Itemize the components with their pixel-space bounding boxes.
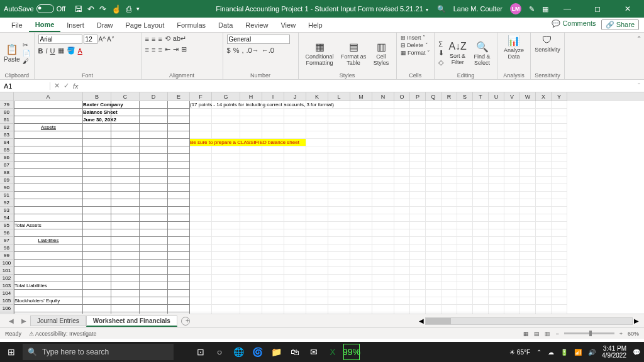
- cell-P103[interactable]: [410, 282, 426, 290]
- cell-C99[interactable]: [111, 252, 140, 260]
- cell-N96[interactable]: [372, 229, 394, 237]
- cell-N93[interactable]: [372, 207, 394, 214]
- row-header-97[interactable]: 97: [0, 237, 14, 244]
- delete-cells-button[interactable]: ⊟ Delete ˅: [401, 42, 431, 48]
- cell-D96[interactable]: [140, 229, 168, 237]
- percent-icon[interactable]: %: [233, 47, 240, 54]
- cell-A81[interactable]: [14, 116, 83, 124]
- cell-O98[interactable]: [394, 244, 410, 252]
- accounting-icon[interactable]: $: [227, 47, 231, 54]
- cell-Y106[interactable]: [552, 305, 567, 312]
- name-box[interactable]: A1: [0, 82, 50, 90]
- cell-W100[interactable]: [520, 260, 536, 267]
- cell-T79[interactable]: [473, 101, 489, 109]
- cell-W83[interactable]: [520, 131, 536, 139]
- cell-V81[interactable]: [504, 116, 520, 124]
- tab-insert[interactable]: Insert: [60, 19, 91, 31]
- cell-X87[interactable]: [536, 162, 552, 169]
- cell-L88[interactable]: [328, 169, 350, 177]
- font-size-select[interactable]: [84, 35, 97, 44]
- cell-H99[interactable]: [240, 252, 262, 260]
- cell-S86[interactable]: [457, 154, 473, 162]
- cell-A99[interactable]: [14, 252, 83, 260]
- user-avatar-icon[interactable]: LM: [510, 3, 521, 14]
- cell-H106[interactable]: [240, 305, 262, 312]
- cell-G99[interactable]: [212, 252, 240, 260]
- cell-V92[interactable]: [504, 199, 520, 207]
- cell-L89[interactable]: [328, 177, 350, 184]
- cell-R86[interactable]: [441, 154, 457, 162]
- cell-N89[interactable]: [372, 177, 394, 184]
- cell-F103[interactable]: [190, 282, 212, 290]
- cell-X93[interactable]: [536, 207, 552, 214]
- cell-I102[interactable]: [262, 275, 284, 282]
- col-header-S[interactable]: S: [457, 92, 473, 101]
- cell-T94[interactable]: [473, 214, 489, 222]
- cell-Q83[interactable]: [426, 131, 441, 139]
- cell-I89[interactable]: [262, 177, 284, 184]
- cell-U86[interactable]: [489, 154, 504, 162]
- cell-C87[interactable]: [111, 162, 140, 169]
- cell-K100[interactable]: [306, 260, 328, 267]
- cell-S100[interactable]: [457, 260, 473, 267]
- cell-V98[interactable]: [504, 244, 520, 252]
- cell-S93[interactable]: [457, 207, 473, 214]
- cell-E92[interactable]: [168, 199, 190, 207]
- collapse-ribbon-icon[interactable]: ⌃: [634, 33, 644, 79]
- cell-E80[interactable]: [168, 109, 190, 116]
- cell-H87[interactable]: [240, 162, 262, 169]
- cell-R106[interactable]: [441, 305, 457, 312]
- cell-C92[interactable]: [111, 199, 140, 207]
- cell-Q88[interactable]: [426, 169, 441, 177]
- cell-M102[interactable]: [350, 275, 372, 282]
- cell-K92[interactable]: [306, 199, 328, 207]
- scroll-left-icon[interactable]: ◀: [419, 317, 424, 324]
- cell-P90[interactable]: [410, 184, 426, 192]
- cell-S101[interactable]: [457, 267, 473, 275]
- cell-L87[interactable]: [328, 162, 350, 169]
- cell-P79[interactable]: [410, 101, 426, 109]
- font-color-icon[interactable]: A: [78, 47, 82, 55]
- cell-O100[interactable]: [394, 260, 410, 267]
- cell-W90[interactable]: [520, 184, 536, 192]
- cell-H100[interactable]: [240, 260, 262, 267]
- cell-W92[interactable]: [520, 199, 536, 207]
- cell-B81[interactable]: June 30, 20X2: [83, 116, 111, 124]
- format-cells-button[interactable]: ▦ Format ˅: [401, 50, 431, 56]
- cell-Y94[interactable]: [552, 214, 567, 222]
- cell-T104[interactable]: [473, 290, 489, 297]
- orientation-icon[interactable]: ⟲: [165, 35, 170, 43]
- italic-button[interactable]: I: [46, 47, 48, 55]
- cell-Y97[interactable]: [552, 237, 567, 244]
- cell-U100[interactable]: [489, 260, 504, 267]
- cell-B80[interactable]: Balance Sheet: [83, 109, 111, 116]
- cell-D92[interactable]: [140, 199, 168, 207]
- col-header-P[interactable]: P: [410, 92, 426, 101]
- cell-L99[interactable]: [328, 252, 350, 260]
- sheet-tab-journal[interactable]: Journal Entries: [30, 315, 86, 326]
- cell-R104[interactable]: [441, 290, 457, 297]
- cell-N99[interactable]: [372, 252, 394, 260]
- cell-R89[interactable]: [441, 177, 457, 184]
- cell-U79[interactable]: [489, 101, 504, 109]
- cell-T91[interactable]: [473, 192, 489, 199]
- cell-N104[interactable]: [372, 290, 394, 297]
- cell-L80[interactable]: [328, 109, 350, 116]
- cell-J97[interactable]: [284, 237, 306, 244]
- cell-Y95[interactable]: [552, 222, 567, 229]
- cell-E87[interactable]: [168, 162, 190, 169]
- cell-N82[interactable]: [372, 124, 394, 131]
- cell-S88[interactable]: [457, 169, 473, 177]
- cell-I91[interactable]: [262, 192, 284, 199]
- cell-J87[interactable]: [284, 162, 306, 169]
- cell-C104[interactable]: [111, 290, 140, 297]
- cell-Y85[interactable]: [552, 146, 567, 154]
- cell-T83[interactable]: [473, 131, 489, 139]
- cell-B92[interactable]: [83, 199, 111, 207]
- cell-H93[interactable]: [240, 207, 262, 214]
- cell-L102[interactable]: [328, 275, 350, 282]
- cell-F99[interactable]: [190, 252, 212, 260]
- cell-W93[interactable]: [520, 207, 536, 214]
- fx-icon[interactable]: fx: [73, 82, 79, 90]
- cell-M106[interactable]: [350, 305, 372, 312]
